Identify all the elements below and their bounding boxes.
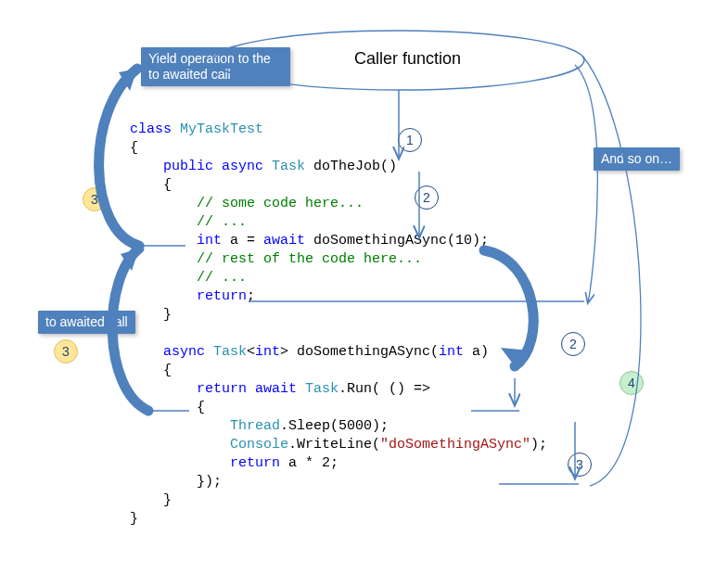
type-thread: Thread [130, 418, 280, 434]
code-brace8: } [130, 511, 138, 527]
kw-return2: return [130, 381, 247, 397]
kw-return3: return [130, 455, 280, 471]
code-semi1: ; [247, 288, 255, 304]
code-paren: ); [530, 437, 547, 453]
kw-await1: await [263, 233, 305, 249]
step-3-yellow-bottom: 3 [54, 339, 78, 363]
kw-async2: async [130, 344, 205, 360]
code-brace5: { [130, 400, 205, 415]
kw-int2: int [255, 344, 280, 360]
comment-2: // ... [130, 214, 247, 230]
kw-public: public [130, 159, 213, 174]
comment-4: // ... [130, 270, 247, 286]
kw-int3: int [439, 344, 464, 360]
type-task1: Task [263, 159, 305, 174]
kw-async1: async [213, 159, 263, 174]
method-dothejob: doTheJob() [305, 159, 397, 174]
code-sleep: .Sleep(5000); [280, 418, 389, 434]
code-run: .Run( () => [338, 381, 430, 397]
code-brace3: } [130, 307, 172, 323]
step-4: 4 [619, 371, 644, 395]
code-brace2: { [130, 177, 172, 193]
type-console: Console [130, 437, 288, 453]
comment-1: // some code here... [130, 196, 364, 211]
code-writeline: .WriteLine( [288, 437, 380, 453]
code-brace4: { [130, 363, 172, 378]
kw-await2: await [247, 381, 297, 397]
code-brace: { [130, 140, 138, 156]
kw-class: class [130, 121, 172, 137]
code-brace6: }); [130, 474, 222, 490]
step-2b: 2 [561, 332, 585, 356]
code-lt: < [247, 344, 255, 360]
code-a2: a * 2; [280, 455, 338, 471]
kw-int1: int [130, 233, 222, 249]
type-mytasktest: MyTaskTest [172, 121, 263, 137]
code-methodname: > doSomethingASync( [280, 344, 439, 360]
caller-function-label: Caller function [354, 49, 461, 69]
callout-yield: Yield operation to the to awaited call [141, 47, 290, 86]
arc-andsoon [575, 65, 597, 302]
code-brace7: } [130, 492, 172, 508]
type-task3: Task [297, 381, 338, 397]
callout-awaited: to awaited call [38, 311, 135, 334]
string-lit: "doSomethingASync" [380, 437, 530, 453]
code-call1: doSomethingASync(10); [305, 233, 489, 249]
type-task2: Task [205, 344, 247, 360]
step-3c: 3 [568, 453, 592, 477]
comment-3: // rest of the code here... [130, 251, 422, 267]
code-block: class MyTaskTest { public async Task doT… [130, 121, 547, 529]
step-3-yellow-top: 3 [83, 187, 107, 211]
callout-andsoon: And so on… [594, 147, 680, 171]
arrow-3-top-head [119, 69, 137, 91]
code-param-a: a) [464, 344, 489, 360]
kw-return1: return [130, 288, 247, 304]
arc-4 [582, 56, 641, 486]
code-a-eq: a = [222, 233, 263, 249]
